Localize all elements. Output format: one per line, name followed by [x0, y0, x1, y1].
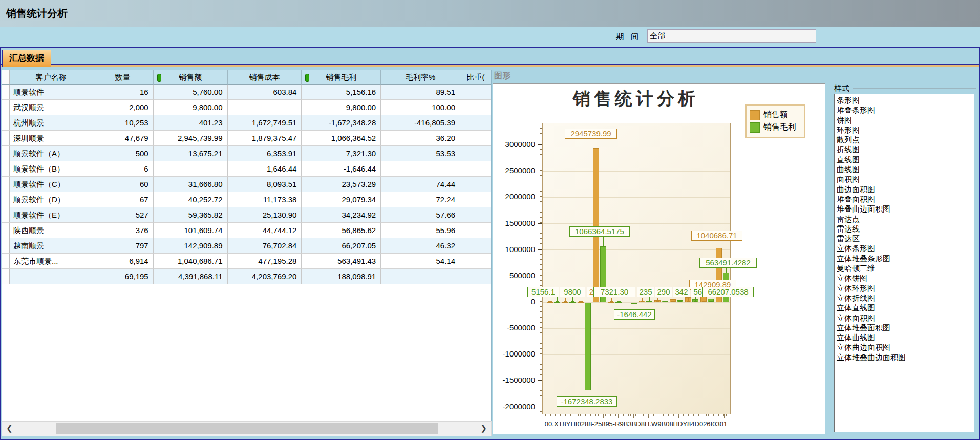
style-list-item[interactable]: 堆叠曲边面积图 — [837, 204, 974, 214]
style-list-item[interactable]: 曼哈顿三维 — [837, 263, 974, 273]
data-label: 342 — [673, 287, 690, 297]
bar-profit[interactable] — [554, 302, 560, 303]
table-row[interactable]: 顺景软件（B） 6 1,646.44 -1,646.44 — [2, 161, 491, 177]
row-indicator[interactable] — [2, 161, 10, 177]
col-margin-pct[interactable]: 毛利率% — [381, 70, 460, 85]
style-list-item[interactable]: 曲边面积图 — [837, 184, 974, 194]
scroll-right-icon[interactable]: ❯ — [480, 424, 487, 433]
table-row[interactable]: 武汉顺景 2,000 9,800.00 9,800.00 100.00 — [2, 100, 491, 115]
gridline — [543, 354, 730, 355]
gridline — [543, 328, 730, 329]
y-tick-label: -2000000 — [494, 402, 535, 411]
col-gross-profit[interactable]: 销售毛利 — [302, 70, 381, 85]
style-list-item[interactable]: 饼图 — [837, 115, 974, 125]
bar-sales[interactable] — [547, 302, 553, 303]
style-list-item[interactable]: 立体堆叠条形图 — [837, 254, 974, 263]
horizontal-scrollbar[interactable]: ❮ ❯ — [2, 421, 492, 436]
cell-margin: 100.00 — [381, 100, 460, 115]
col-sales-amount[interactable]: 销售额 — [154, 70, 228, 85]
style-list-item[interactable]: 立体折线图 — [837, 293, 974, 303]
bar-profit[interactable] — [615, 302, 622, 303]
y-tick-label: 500000 — [494, 271, 535, 280]
style-list-item[interactable]: 立体环形图 — [837, 283, 974, 293]
col-sales-cost[interactable]: 销售成本 — [228, 70, 302, 85]
scroll-left-icon[interactable]: ❮ — [6, 424, 13, 433]
table-row[interactable]: 顺景软件（A） 500 13,675.21 6,353.91 7,321.30 … — [2, 146, 491, 161]
cell-quantity: 500 — [92, 146, 154, 161]
table-row[interactable]: 深圳顺景 47,679 2,945,739.99 1,879,375.47 1,… — [2, 131, 491, 146]
table-row[interactable]: 东莞市顺景... 6,914 1,040,686.71 477,195.28 5… — [2, 254, 491, 269]
cell-customer: 顺景软件（D） — [10, 192, 92, 207]
table-row[interactable]: 越南顺景 797 142,909.89 76,702.84 66,207.05 … — [2, 238, 491, 254]
table-row[interactable]: 陕西顺景 376 101,609.74 44,744.12 56,865.62 … — [2, 223, 491, 238]
cell-sales: 40,252.72 — [154, 192, 228, 207]
style-list-item[interactable]: 立体曲边面积图 — [837, 342, 974, 352]
table-row[interactable]: 69,195 4,391,868.11 4,203,769.20 188,098… — [2, 269, 491, 284]
row-indicator[interactable] — [2, 131, 10, 146]
bar-sales[interactable] — [578, 302, 584, 303]
cell-profit: 563,491.43 — [302, 254, 381, 269]
col-quantity[interactable]: 数量 — [92, 70, 154, 85]
row-indicator[interactable] — [2, 146, 10, 161]
cell-cost: 1,879,375.47 — [228, 131, 302, 146]
style-list-item[interactable]: 条形图 — [837, 95, 974, 105]
table-row[interactable]: 顺景软件（D） 67 40,252.72 11,173.38 29,079.34… — [2, 192, 491, 207]
data-label: -1646.442 — [614, 309, 655, 320]
style-list-item[interactable]: 折线图 — [837, 144, 974, 154]
data-label: 290 — [655, 287, 672, 297]
style-list-item[interactable]: 立体直线图 — [837, 303, 974, 312]
cell-profit: 1,066,364.52 — [302, 131, 381, 146]
bar-sales[interactable] — [593, 148, 599, 302]
table-row[interactable]: 顺景软件（C） 60 31,666.80 8,093.51 23,573.29 … — [2, 177, 491, 192]
style-list-item[interactable]: 立体条形图 — [837, 243, 974, 253]
row-indicator[interactable] — [2, 100, 10, 115]
bar-profit[interactable] — [569, 302, 576, 303]
cell-cost: 477,195.28 — [228, 254, 302, 269]
style-list-item[interactable]: 立体堆叠曲边面积图 — [837, 352, 974, 362]
cell-customer: 顺景软件（B） — [10, 161, 92, 177]
style-list-item[interactable]: 面积图 — [837, 174, 974, 184]
cell-proportion — [460, 115, 491, 131]
table-row[interactable]: 杭州顺景 10,253 401.23 1,672,749.51 -1,672,3… — [2, 115, 491, 131]
callout-stem — [557, 297, 558, 302]
style-list-item[interactable]: 立体堆叠面积图 — [837, 323, 974, 332]
scrollbar-thumb[interactable] — [56, 423, 438, 434]
row-indicator[interactable] — [2, 238, 10, 254]
col-customer-name[interactable]: 客户名称 — [10, 70, 92, 85]
row-indicator[interactable] — [2, 207, 10, 223]
style-list-item[interactable]: 立体饼图 — [837, 273, 974, 283]
style-list-item[interactable]: 堆叠面积图 — [837, 194, 974, 204]
style-list-item[interactable]: 立体曲线图 — [837, 332, 974, 342]
style-list-item[interactable]: 环形图 — [837, 125, 974, 135]
bar-sales[interactable] — [562, 302, 568, 303]
bar-profit[interactable] — [585, 303, 591, 390]
style-list-item[interactable]: 雷达线 — [837, 224, 974, 234]
style-list-item[interactable]: 雷达区 — [837, 234, 974, 243]
row-indicator[interactable] — [2, 269, 10, 284]
cell-cost: 8,093.51 — [228, 177, 302, 192]
cell-quantity: 797 — [92, 238, 154, 254]
style-list-item[interactable]: 堆叠条形图 — [837, 105, 974, 115]
style-list-item[interactable]: 直线图 — [837, 155, 974, 164]
style-list-item[interactable]: 散列点 — [837, 135, 974, 144]
row-indicator[interactable] — [2, 115, 10, 131]
period-input[interactable] — [647, 29, 816, 43]
table-row[interactable]: 顺景软件（E） 527 59,365.82 25,130.90 34,234.9… — [2, 207, 491, 223]
tab-summary-data[interactable]: 汇总数据 — [2, 50, 51, 67]
row-indicator[interactable] — [2, 177, 10, 192]
style-list-item[interactable]: 曲线图 — [837, 164, 974, 174]
style-list-item[interactable]: 雷达点 — [837, 214, 974, 224]
cell-sales: 5,760.00 — [154, 85, 228, 100]
cell-proportion — [460, 223, 491, 238]
cell-cost: 1,646.44 — [228, 161, 302, 177]
table-row[interactable]: 顺景软件 16 5,760.00 603.84 5,156.16 89.51 — [2, 85, 491, 100]
legend-label: 销售额 — [763, 110, 788, 120]
tick-stem-cap — [548, 301, 552, 302]
row-indicator[interactable] — [2, 254, 10, 269]
row-indicator[interactable] — [2, 223, 10, 238]
style-list-item[interactable]: 立体面积图 — [837, 313, 974, 323]
row-indicator[interactable] — [2, 192, 10, 207]
style-list[interactable]: 条形图 堆叠条形图 饼图 环形图 散列点 折线图 直线图 曲线图 面积图 曲边面… — [834, 94, 974, 432]
row-indicator[interactable] — [2, 85, 10, 100]
col-proportion[interactable]: 比重( — [460, 70, 491, 85]
